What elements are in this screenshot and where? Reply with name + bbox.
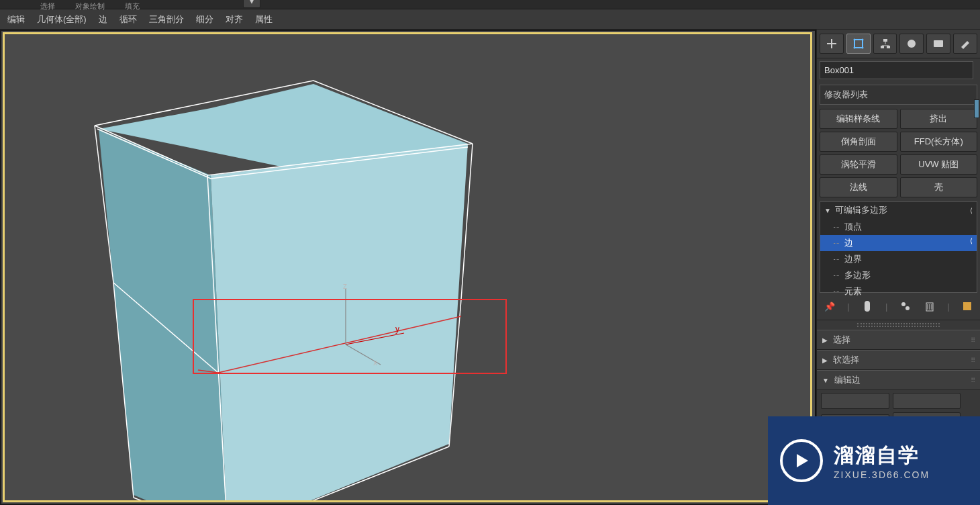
panel-tabs	[817, 30, 980, 58]
svg-point-19	[853, 39, 855, 41]
svg-rect-25	[887, 46, 890, 48]
tab-modify-icon[interactable]	[846, 34, 871, 54]
subobj-element[interactable]: 元素	[820, 283, 977, 300]
mod-turbosmooth[interactable]: 涡轮平滑	[820, 154, 897, 175]
stack-editable-poly[interactable]: ▼ 可编辑多边形 ⟨	[820, 202, 977, 219]
rollout-edit-edge-header[interactable]: ▼ 编辑边 ⠿	[817, 371, 980, 390]
show-end-result-icon[interactable]	[862, 300, 873, 313]
watermark-play-icon	[780, 439, 823, 482]
panel-resize-handle[interactable]	[857, 323, 940, 327]
watermark: 溜溜自学 ZIXUE.3D66.COM	[768, 416, 980, 505]
svg-point-28	[908, 40, 916, 48]
mod-normal[interactable]: 法线	[820, 177, 897, 197]
ribbon-properties[interactable]: 属性	[249, 10, 279, 29]
mod-bevel-profile[interactable]: 倒角剖面	[820, 132, 897, 152]
object-name-field[interactable]	[820, 61, 973, 79]
pin-stack-icon[interactable]: 📌	[824, 300, 835, 313]
mod-edit-spline[interactable]: 编辑样条线	[820, 109, 897, 129]
menu-fill[interactable]: 填充	[125, 1, 140, 7]
ribbon-subdivide[interactable]: 细分	[190, 10, 219, 29]
svg-point-22	[861, 47, 863, 49]
tab-hierarchy-icon[interactable]	[873, 34, 897, 54]
mod-uvw-map[interactable]: UVW 贴图	[900, 154, 978, 175]
ribbon-edge[interactable]: 边	[93, 10, 113, 29]
tab-create-icon[interactable]	[820, 34, 844, 54]
svg-rect-37	[963, 302, 971, 310]
triangle-right-icon: ▶	[822, 336, 828, 344]
triangle-down-icon: ▼	[822, 377, 829, 384]
rollout-selection-header[interactable]: ▶ 选择 ⠿	[817, 330, 980, 350]
svg-point-32	[905, 306, 910, 310]
svg-point-31	[901, 302, 905, 306]
tab-display-icon[interactable]	[926, 34, 950, 54]
menu-object-paint[interactable]: 对象绘制	[75, 1, 105, 7]
stack-item-expand-icon: ⟨	[970, 237, 973, 244]
remove-modifier-icon[interactable]	[924, 300, 935, 313]
mod-extrude[interactable]: 挤出	[900, 109, 978, 129]
viewport-perspective[interactable]: z y x	[0, 30, 816, 505]
subobj-vertex[interactable]: 顶点	[820, 219, 977, 235]
ribbon-edit[interactable]: 编辑	[1, 10, 31, 29]
svg-rect-29	[934, 40, 943, 47]
svg-rect-18	[854, 40, 863, 48]
stack-header-label: 可编辑多边形	[835, 204, 887, 216]
modifier-buttons: 编辑样条线 挤出 倒角剖面 FFD(长方体) 涡轮平滑 UVW 贴图 法线 壳	[817, 109, 980, 201]
svg-marker-38	[797, 454, 808, 467]
gizmo-x-label: x	[373, 358, 377, 367]
ribbon-geometry-all[interactable]: 几何体(全部)	[31, 10, 93, 29]
modifier-stack[interactable]: ▼ 可编辑多边形 ⟨ 顶点 边 ⟨ 边界 多边形 元素	[820, 201, 977, 293]
configure-sets-icon[interactable]	[962, 300, 973, 313]
ribbon-align[interactable]: 对齐	[219, 10, 249, 29]
ribbon-loop[interactable]: 循环	[113, 10, 143, 29]
gizmo-y-label: y	[395, 324, 399, 334]
modifier-list-dropdown[interactable]: 修改器列表	[820, 85, 977, 105]
svg-marker-2	[211, 144, 468, 500]
subobj-border[interactable]: 边界	[820, 251, 977, 267]
watermark-url: ZIXUE.3D66.COM	[834, 469, 930, 480]
object-color-swatch[interactable]	[974, 99, 979, 118]
tab-motion-icon[interactable]	[899, 34, 924, 54]
svg-point-20	[861, 39, 863, 41]
triangle-right-icon: ▶	[822, 357, 828, 364]
edit-btn-blank1[interactable]	[821, 393, 889, 409]
menu-select[interactable]: 选择	[40, 1, 55, 7]
mod-ffd-box[interactable]: FFD(长方体)	[900, 132, 978, 152]
mod-shell[interactable]: 壳	[900, 177, 978, 197]
subobj-polygon[interactable]: 多边形	[820, 267, 977, 283]
svg-rect-23	[883, 39, 887, 42]
make-unique-icon[interactable]	[900, 300, 912, 313]
cube-wireframe	[5, 34, 810, 500]
stack-expand-icon[interactable]: ⟨	[970, 207, 973, 214]
svg-rect-24	[881, 46, 884, 48]
svg-rect-30	[865, 301, 870, 312]
triangle-down-icon: ▼	[824, 207, 831, 214]
edit-btn-blank2[interactable]	[893, 393, 961, 409]
rollout-soft-selection: ▶ 软选择 ⠿	[817, 350, 980, 370]
rollout-soft-selection-header[interactable]: ▶ 软选择 ⠿	[817, 351, 980, 370]
gizmo-z-label: z	[343, 281, 347, 291]
subobj-edge[interactable]: 边 ⟨	[820, 235, 977, 251]
watermark-title: 溜溜自学	[834, 442, 930, 469]
ribbon-dropdown-icon[interactable]: ▾	[243, 0, 260, 8]
rollout-selection: ▶ 选择 ⠿	[817, 330, 980, 350]
ribbon-triangulate[interactable]: 三角剖分	[143, 10, 190, 29]
svg-point-21	[853, 47, 855, 49]
tab-utilities-icon[interactable]	[953, 34, 977, 54]
